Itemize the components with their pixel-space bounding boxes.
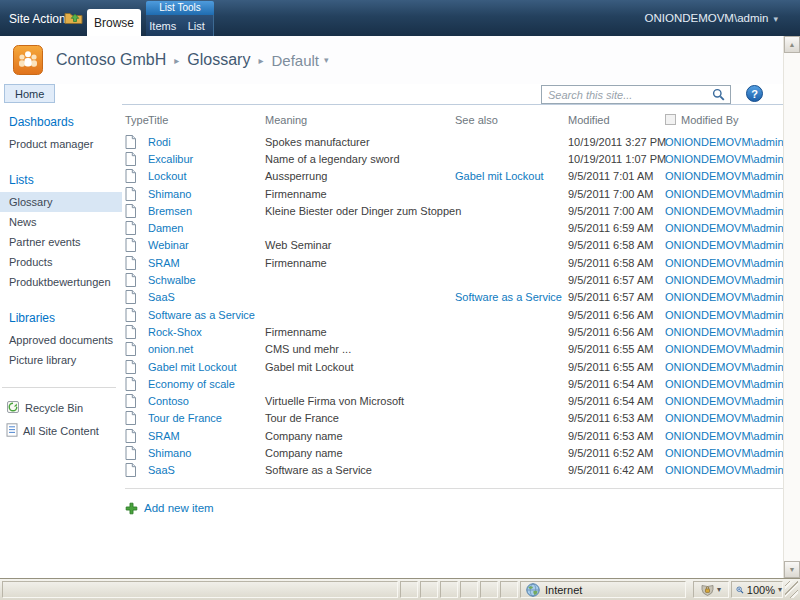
tab-list[interactable]: List [180,15,214,36]
item-title-link[interactable]: Tour de France [148,412,265,424]
item-modified-by-link[interactable]: ONIONDEMOVM\admin [665,412,784,424]
sidebar-item-recycle-bin[interactable]: Recycle Bin [0,397,122,420]
item-modified-by-link[interactable]: ONIONDEMOVM\admin [665,274,784,286]
item-modified-by-link[interactable]: ONIONDEMOVM\admin [665,205,784,217]
column-header-modified-by[interactable]: Modified By [665,114,783,126]
item-modified-by-link[interactable]: ONIONDEMOVM\admin [665,447,784,459]
table-row[interactable]: LockoutAussperrungGabel mit Lockout9/5/2… [125,168,783,185]
help-icon[interactable]: ? [746,85,763,102]
user-menu[interactable]: ONIONDEMOVM\admin▾ [645,12,779,24]
table-row[interactable]: Software as a Service9/5/2011 6:56 AMONI… [125,306,783,323]
item-modified-by-link[interactable]: ONIONDEMOVM\admin [665,378,784,390]
table-row[interactable]: ShimanoFirmenname9/5/2011 7:00 AMONIONDE… [125,185,783,202]
table-row[interactable]: ContosoVirtuelle Firma von Microsoft9/5/… [125,392,783,409]
item-see-also-link[interactable]: Software as a Service [455,291,568,303]
table-row[interactable]: Rock-ShoxFirmenname9/5/2011 6:56 AMONION… [125,323,783,340]
item-modified-by-link[interactable]: ONIONDEMOVM\admin [665,464,784,476]
column-header-title[interactable]: Title [148,114,265,126]
table-row[interactable]: onion.netCMS und mehr ...9/5/2011 6:55 A… [125,341,783,358]
sidebar-item-picture-library[interactable]: Picture library [0,350,122,370]
item-modified-by-link[interactable]: ONIONDEMOVM\admin [665,170,784,182]
sidebar-item-glossary[interactable]: Glossary [0,192,122,212]
item-title-link[interactable]: SaaS [148,291,265,303]
column-header-type[interactable]: Type [125,114,148,126]
search-input[interactable] [542,89,709,101]
item-modified-by-link[interactable]: ONIONDEMOVM\admin [665,188,784,200]
sidebar-item-news[interactable]: News [0,212,122,232]
zoom-control[interactable]: 100% ▾ [731,581,783,598]
site-logo-icon[interactable] [13,45,43,75]
breadcrumb-list-link[interactable]: Glossary [187,51,250,69]
item-title-link[interactable]: Schwalbe [148,274,265,286]
item-title-link[interactable]: SaaS [148,464,265,476]
add-new-item-link[interactable]: Add new item [125,502,783,515]
breadcrumb-view-dropdown[interactable]: Default [271,52,319,69]
navigate-up-icon[interactable] [64,10,83,29]
table-row[interactable]: Damen9/5/2011 6:59 AMONIONDEMOVM\admin [125,219,783,236]
item-title-link[interactable]: onion.net [148,343,265,355]
sidebar-header-libraries[interactable]: Libraries [0,309,122,330]
item-title-link[interactable]: Economy of scale [148,378,265,390]
item-see-also-link[interactable]: Gabel mit Lockout [455,170,568,182]
item-title-link[interactable]: Webinar [148,239,265,251]
scroll-up-icon[interactable]: ▲ [784,36,800,53]
table-row[interactable]: Gabel mit LockoutGabel mit Lockout9/5/20… [125,358,783,375]
item-modified-by-link[interactable]: ONIONDEMOVM\admin [665,326,784,338]
item-title-link[interactable]: Lockout [148,170,265,182]
sidebar-item-partner-events[interactable]: Partner events [0,232,122,252]
table-row[interactable]: Tour de FranceTour de France9/5/2011 6:5… [125,410,783,427]
table-row[interactable]: Schwalbe9/5/2011 6:57 AMONIONDEMOVM\admi… [125,271,783,288]
column-header-modified[interactable]: Modified [568,114,665,126]
table-row[interactable]: SRAMCompany name9/5/2011 6:53 AMONIONDEM… [125,427,783,444]
select-all-checkbox[interactable] [665,114,676,125]
tab-home[interactable]: Home [4,84,55,103]
item-modified-by-link[interactable]: ONIONDEMOVM\admin [665,257,784,269]
resize-grip[interactable] [785,581,798,598]
search-icon[interactable] [712,88,725,101]
table-row[interactable]: SRAMFirmenname9/5/2011 6:58 AMONIONDEMOV… [125,254,783,271]
table-row[interactable]: RodiSpokes manufacturer10/19/2011 3:27 P… [125,133,783,150]
protected-mode-button[interactable]: ▾ [693,581,729,598]
item-modified-by-link[interactable]: ONIONDEMOVM\admin [665,361,784,373]
sidebar-item-produktbewertungen[interactable]: Produktbewertungen [0,272,122,292]
item-title-link[interactable]: Bremsen [148,205,265,217]
item-modified-by-link[interactable]: ONIONDEMOVM\admin [665,395,784,407]
item-modified-by-link[interactable]: ONIONDEMOVM\admin [665,309,784,321]
sidebar-item-product-manager[interactable]: Product manager [0,134,122,154]
item-title-link[interactable]: SRAM [148,430,265,442]
item-title-link[interactable]: Damen [148,222,265,234]
sidebar-header-lists[interactable]: Lists [0,171,122,192]
item-title-link[interactable]: Software as a Service [148,309,265,321]
table-row[interactable]: ShimanoCompany name9/5/2011 6:52 AMONION… [125,444,783,461]
column-header-meaning[interactable]: Meaning [265,114,455,126]
breadcrumb-site-link[interactable]: Contoso GmbH [56,51,166,69]
sidebar-header-dashboards[interactable]: Dashboards [0,113,122,134]
column-header-see-also[interactable]: See also [455,114,568,126]
item-modified-by-link[interactable]: ONIONDEMOVM\admin [665,153,784,165]
item-title-link[interactable]: Rodi [148,136,265,148]
item-title-link[interactable]: Shimano [148,188,265,200]
item-modified-by-link[interactable]: ONIONDEMOVM\admin [665,343,784,355]
table-row[interactable]: WebinarWeb Seminar9/5/2011 6:58 AMONIOND… [125,237,783,254]
tab-browse[interactable]: Browse [87,9,141,36]
item-modified-by-link[interactable]: ONIONDEMOVM\admin [665,222,784,234]
sidebar-item-approved-documents[interactable]: Approved documents [0,330,122,350]
sidebar-item-products[interactable]: Products [0,252,122,272]
item-title-link[interactable]: Gabel mit Lockout [148,361,265,373]
item-title-link[interactable]: Shimano [148,447,265,459]
tab-items[interactable]: Items [146,15,180,36]
item-modified-by-link[interactable]: ONIONDEMOVM\admin [665,239,784,251]
table-row[interactable]: BremsenKleine Biester oder Dinger zum St… [125,202,783,219]
table-row[interactable]: SaaSSoftware as a Service9/5/2011 6:57 A… [125,289,783,306]
scroll-down-icon[interactable]: ▼ [784,561,800,578]
table-row[interactable]: ExcaliburName of a legendary sword10/19/… [125,150,783,167]
item-title-link[interactable]: Contoso [148,395,265,407]
item-title-link[interactable]: Rock-Shox [148,326,265,338]
item-modified-by-link[interactable]: ONIONDEMOVM\admin [665,291,784,303]
vertical-scrollbar[interactable]: ▲ ▼ [783,36,800,578]
table-row[interactable]: Economy of scale9/5/2011 6:54 AMONIONDEM… [125,375,783,392]
item-modified-by-link[interactable]: ONIONDEMOVM\admin [665,430,784,442]
item-title-link[interactable]: SRAM [148,257,265,269]
table-row[interactable]: SaaSSoftware as a Service9/5/2011 6:42 A… [125,462,783,479]
item-modified-by-link[interactable]: ONIONDEMOVM\admin [665,136,784,148]
